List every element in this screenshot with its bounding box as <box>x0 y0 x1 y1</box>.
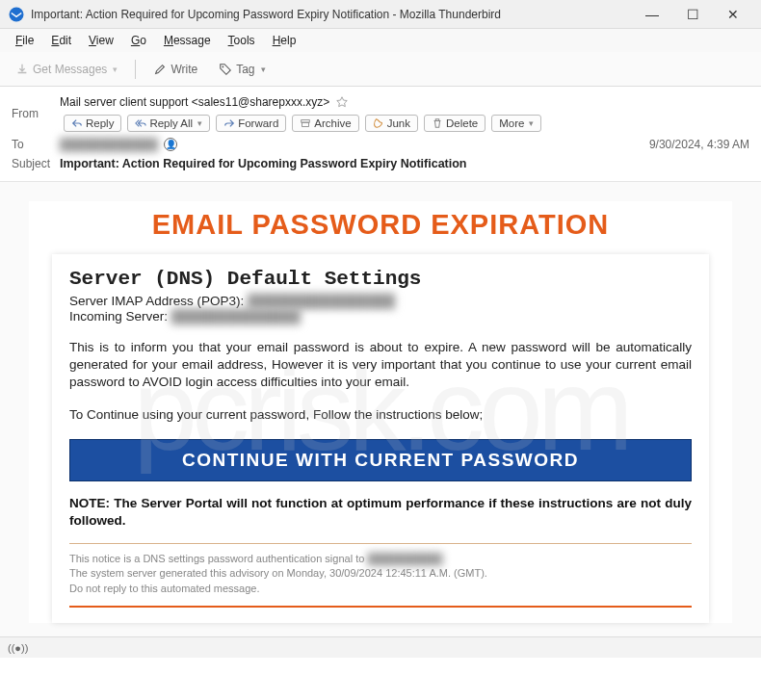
get-messages-button[interactable]: Get Messages ▾ <box>8 59 125 80</box>
more-label: More <box>499 117 524 129</box>
reply-button[interactable]: Reply <box>64 115 121 132</box>
tag-button[interactable]: Tag ▾ <box>211 59 273 80</box>
chevron-down-icon: ▾ <box>529 118 534 128</box>
tag-label: Tag <box>236 63 254 76</box>
thunderbird-icon <box>8 6 25 23</box>
incoming-value: ██████████████ <box>171 309 301 324</box>
email-paragraph-1: This is to inform you that your email pa… <box>69 339 692 392</box>
chevron-down-icon: ▾ <box>197 118 202 128</box>
close-button[interactable]: ✕ <box>713 0 753 29</box>
reply-label: Reply <box>86 117 114 129</box>
toolbar: Get Messages ▾ Write Tag ▾ <box>0 52 761 87</box>
divider <box>69 543 692 544</box>
footer-line-2: The system server generated this advisor… <box>69 566 692 581</box>
trash-icon <box>432 117 443 129</box>
header-actions: Reply Reply All▾ Forward Archive Junk De… <box>64 115 541 132</box>
footer-line-1: This notice is a DNS settings password a… <box>69 552 692 566</box>
orange-divider <box>69 606 692 608</box>
email-inner: EMAIL PASSWORD EXPIRATION Server (DNS) D… <box>29 201 732 623</box>
write-button[interactable]: Write <box>145 59 205 80</box>
incoming-line: Incoming Server: ██████████████ <box>69 309 692 324</box>
star-icon[interactable] <box>335 95 349 109</box>
tag-icon <box>219 63 232 76</box>
window-controls: — ☐ ✕ <box>632 0 753 29</box>
svg-point-1 <box>223 65 224 67</box>
forward-label: Forward <box>238 117 278 129</box>
pencil-icon <box>153 63 167 76</box>
write-label: Write <box>171 63 197 76</box>
continue-button[interactable]: CONTINUE WITH CURRENT PASSWORD <box>69 439 692 481</box>
incoming-label: Incoming Server: <box>69 309 171 324</box>
message-headers: From Mail server client support <sales11… <box>0 87 761 182</box>
more-button[interactable]: More▾ <box>491 115 541 132</box>
forward-button[interactable]: Forward <box>216 115 286 132</box>
menu-file[interactable]: File <box>8 32 41 49</box>
email-note: NOTE: The Server Portal will not functio… <box>69 495 692 530</box>
reply-icon <box>71 117 83 129</box>
from-address[interactable]: Mail server client support <sales11@shar… <box>60 95 329 109</box>
from-row: From Mail server client support <sales11… <box>12 92 749 135</box>
to-row: To ████████████ 👤 9/30/2024, 4:39 AM <box>12 135 749 154</box>
svg-rect-3 <box>302 122 309 126</box>
email-panel: Server (DNS) Default Settings Server IMA… <box>52 254 709 623</box>
statusbar: ((●)) <box>0 636 761 658</box>
message-date: 9/30/2024, 4:39 AM <box>649 138 749 151</box>
archive-icon <box>300 117 311 129</box>
online-status-icon[interactable]: ((●)) <box>8 642 28 654</box>
download-icon <box>15 63 29 76</box>
archive-label: Archive <box>314 117 351 129</box>
menu-help[interactable]: Help <box>265 32 304 49</box>
to-address[interactable]: ████████████ <box>60 138 158 151</box>
imap-label: Server IMAP Address (POP3): <box>69 294 248 308</box>
email-body-wrap: pcrisk.com EMAIL PASSWORD EXPIRATION Ser… <box>0 182 761 636</box>
window-title: Important: Action Required for Upcoming … <box>31 8 632 21</box>
reply-all-icon <box>135 117 146 129</box>
subject-row: Subject Important: Action Required for U… <box>12 154 749 173</box>
toolbar-separator <box>135 60 136 79</box>
email-paragraph-2: To Continue using your current password,… <box>69 407 692 422</box>
to-value-wrap: ████████████ 👤 <box>60 138 749 151</box>
menu-go[interactable]: Go <box>123 32 154 49</box>
footer1-blur: ██████████ <box>367 553 442 564</box>
reply-all-label: Reply All <box>149 117 193 129</box>
footer1-text: This notice is a DNS settings password a… <box>69 553 367 564</box>
email-body: EMAIL PASSWORD EXPIRATION Server (DNS) D… <box>0 182 761 636</box>
junk-icon <box>373 117 384 129</box>
from-label: From <box>12 107 60 120</box>
menu-view[interactable]: View <box>81 32 121 49</box>
menubar: File Edit View Go Message Tools Help <box>0 29 761 52</box>
email-title: EMAIL PASSWORD EXPIRATION <box>29 201 732 254</box>
junk-button[interactable]: Junk <box>365 115 418 132</box>
menu-message[interactable]: Message <box>156 32 219 49</box>
menu-tools[interactable]: Tools <box>221 32 263 49</box>
window-titlebar: Important: Action Required for Upcoming … <box>0 0 761 29</box>
junk-label: Junk <box>387 117 410 129</box>
chevron-down-icon: ▾ <box>113 65 118 74</box>
archive-button[interactable]: Archive <box>292 115 358 132</box>
minimize-button[interactable]: — <box>632 0 672 29</box>
chevron-down-icon: ▾ <box>261 65 266 74</box>
delete-label: Delete <box>446 117 478 129</box>
footer-line-3: Do not reply to this automated message. <box>69 582 692 596</box>
subject-value: Important: Action Required for Upcoming … <box>60 157 749 170</box>
maximize-button[interactable]: ☐ <box>672 0 713 29</box>
get-messages-label: Get Messages <box>33 63 107 76</box>
forward-icon <box>223 117 235 129</box>
delete-button[interactable]: Delete <box>424 115 485 132</box>
menu-edit[interactable]: Edit <box>43 32 79 49</box>
from-value: Mail server client support <sales11@shar… <box>60 95 749 132</box>
reply-all-button[interactable]: Reply All▾ <box>127 115 210 132</box>
imap-line: Server IMAP Address (POP3): ████████████… <box>69 294 692 308</box>
subject-label: Subject <box>12 157 60 170</box>
contact-icon[interactable]: 👤 <box>164 138 177 151</box>
server-heading: Server (DNS) Default Settings <box>69 268 692 290</box>
svg-point-0 <box>10 7 24 21</box>
imap-value: ████████████████ <box>248 294 395 308</box>
to-label: To <box>12 138 60 151</box>
